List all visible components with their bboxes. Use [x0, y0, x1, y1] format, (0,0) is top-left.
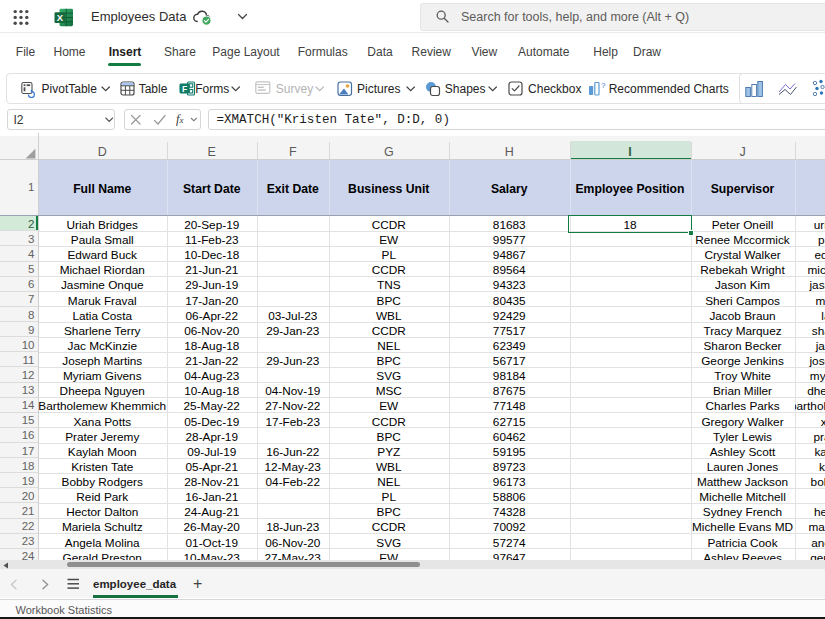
svg-text:?: ?: [601, 81, 606, 90]
svg-text:X: X: [57, 12, 64, 23]
svg-text:F: F: [181, 83, 186, 93]
